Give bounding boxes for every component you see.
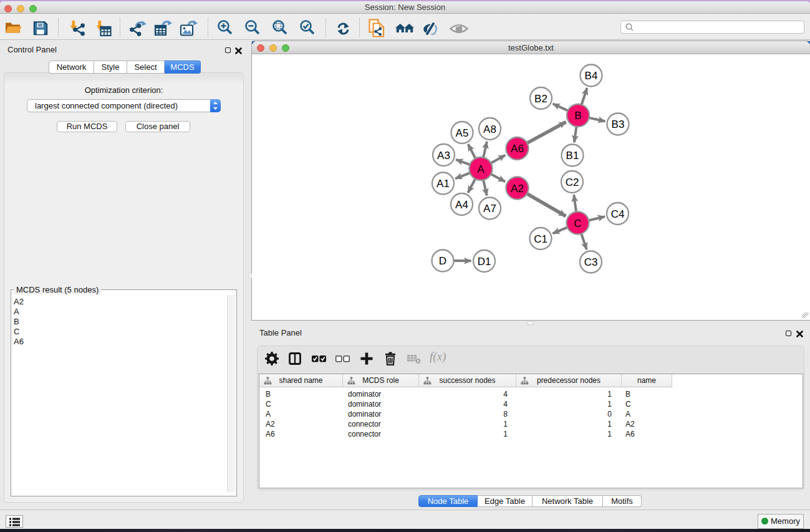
svg-text:C1: C1 <box>534 233 547 245</box>
svg-text:A1: A1 <box>436 178 450 190</box>
svg-text:C3: C3 <box>584 256 598 268</box>
svg-text:D: D <box>439 255 446 267</box>
svg-text:B: B <box>574 110 581 122</box>
svg-text:A8: A8 <box>483 123 496 135</box>
svg-text:B3: B3 <box>612 118 625 130</box>
svg-text:C: C <box>574 218 581 230</box>
svg-text:A: A <box>477 163 485 175</box>
svg-text:A6: A6 <box>511 143 524 155</box>
svg-text:B1: B1 <box>566 150 579 162</box>
svg-text:A2: A2 <box>511 183 524 195</box>
svg-text:B2: B2 <box>534 93 547 105</box>
svg-text:C2: C2 <box>566 177 579 188</box>
svg-text:B4: B4 <box>585 70 598 82</box>
svg-text:A7: A7 <box>483 203 496 215</box>
svg-text:A3: A3 <box>437 150 450 162</box>
svg-text:A5: A5 <box>456 127 469 139</box>
svg-text:C4: C4 <box>611 208 625 220</box>
svg-text:A4: A4 <box>455 199 468 211</box>
svg-text:D1: D1 <box>478 256 491 268</box>
